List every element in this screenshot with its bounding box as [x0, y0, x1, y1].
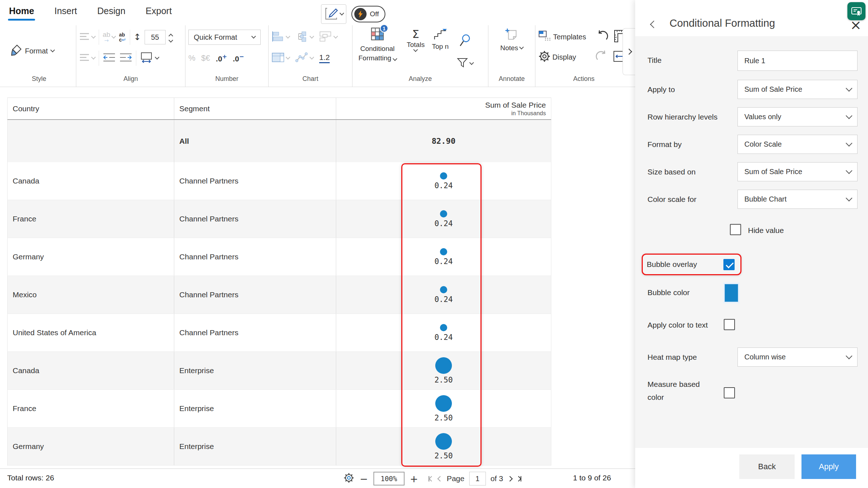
chevron-up-icon [168, 34, 173, 38]
wrap-text-button[interactable]: abc↵ [119, 32, 126, 42]
column-header-value[interactable]: Sum of Sale Price in Thousands [336, 98, 551, 119]
decrease-decimal-button[interactable]: .0− [233, 53, 244, 63]
first-page-button[interactable] [428, 476, 433, 481]
bar-chart-button[interactable] [271, 31, 290, 43]
cell-segment-all[interactable]: All [174, 120, 336, 162]
currency-format-button[interactable]: $€ [201, 53, 210, 63]
row-hierarchy-select[interactable]: Values only [737, 107, 858, 126]
cell-value[interactable]: 2.50 [336, 352, 551, 389]
measure-based-color-checkbox[interactable] [724, 387, 735, 398]
cell-value[interactable]: 2.50 [336, 390, 551, 427]
cell-value[interactable]: 0.24 [336, 276, 551, 314]
tab-export[interactable]: Export [146, 6, 172, 16]
next-page-button[interactable] [508, 477, 512, 481]
cell-value[interactable]: 0.24 [336, 162, 551, 200]
percent-format-button[interactable]: % [188, 53, 196, 63]
line-chart-button[interactable] [295, 52, 313, 64]
cell-country[interactable]: France [8, 390, 174, 427]
undo-icon [596, 37, 609, 43]
hide-value-checkbox[interactable] [730, 224, 741, 235]
cell-segment[interactable]: Channel Partners [174, 162, 336, 200]
format-button[interactable]: Format [5, 27, 73, 75]
tab-insert[interactable]: Insert [54, 6, 77, 16]
quick-format-select[interactable]: Quick Format [188, 30, 261, 45]
cell-value[interactable]: 0.24 [336, 314, 551, 351]
chevron-down-icon [251, 34, 256, 39]
redo-button[interactable] [595, 51, 608, 64]
indent-decrease-button[interactable] [103, 53, 116, 64]
back-chevron-icon[interactable] [650, 21, 658, 28]
tab-design[interactable]: Design [97, 6, 125, 16]
zoom-level-input[interactable] [373, 472, 405, 485]
zoom-out-button[interactable]: − [360, 474, 368, 484]
cell-country[interactable]: Germany [8, 428, 174, 465]
cell-grand-total-value[interactable]: 82.90 [336, 120, 551, 162]
table-header-row: Country Segment Sum of Sale Price in Tho… [7, 98, 551, 120]
cell-country[interactable]: Germany [8, 238, 174, 276]
extension-icon[interactable] [847, 2, 865, 20]
format-by-select[interactable]: Color Scale [737, 135, 858, 154]
bubble-marker [440, 324, 447, 331]
cell-segment[interactable]: Channel Partners [174, 314, 336, 351]
cell-segment[interactable]: Channel Partners [174, 238, 336, 276]
cell-country[interactable]: Canada [8, 162, 174, 200]
totals-button[interactable]: Σ Totals [407, 27, 425, 75]
settings-button[interactable] [343, 472, 354, 485]
cell-value[interactable]: 0.24 [336, 200, 551, 238]
table-view-button[interactable] [271, 52, 290, 64]
cell-country[interactable]: Mexico [8, 276, 174, 314]
row-height-stepper[interactable] [169, 33, 172, 42]
cell-segment[interactable]: Enterprise [174, 352, 336, 389]
apply-color-to-text-checkbox[interactable] [724, 319, 735, 330]
table-row: Germany Enterprise 2.50 [7, 428, 551, 466]
insights-toggle[interactable]: Off [351, 6, 385, 22]
last-page-button[interactable] [517, 476, 521, 481]
increase-decimal-button[interactable]: .0+ [216, 53, 227, 63]
layout-button[interactable] [319, 31, 337, 43]
cell-segment[interactable]: Channel Partners [174, 276, 336, 314]
cell-country[interactable]: United States of America [8, 314, 174, 351]
zoom-in-button[interactable]: + [410, 474, 418, 484]
column-header-segment[interactable]: Segment [174, 98, 336, 119]
apply-to-select[interactable]: Sum of Sale Price [737, 80, 858, 99]
tab-home[interactable]: Home [9, 6, 34, 16]
cell-segment[interactable]: Enterprise [174, 428, 336, 465]
cell-segment[interactable]: Enterprise [174, 390, 336, 427]
decimal-places-button[interactable]: 1.2 [319, 53, 330, 63]
ribbon-expand-button[interactable] [623, 28, 635, 75]
page-number-input[interactable] [469, 472, 486, 485]
row-height-input[interactable] [145, 30, 166, 44]
back-button[interactable]: Back [739, 454, 795, 479]
search-button[interactable] [459, 34, 471, 49]
cell-value[interactable]: 2.50 [336, 428, 551, 465]
bubble-overlay-checkbox[interactable] [723, 259, 735, 270]
edit-mode-button[interactable] [321, 4, 346, 24]
section-label-annotate: Annotate [491, 75, 532, 87]
indent-increase-button[interactable] [119, 53, 132, 64]
hierarchy-chart-button[interactable] [295, 31, 313, 43]
rule-title-input[interactable] [737, 51, 858, 71]
heat-map-type-select[interactable]: Column wise [737, 347, 858, 367]
size-based-on-select[interactable]: Sum of Sale Price [737, 162, 858, 181]
cell-country[interactable]: France [8, 200, 174, 238]
chevron-down-icon [111, 34, 116, 39]
bubble-color-swatch[interactable] [724, 284, 738, 302]
apply-button[interactable]: Apply [801, 454, 856, 479]
vertical-align-button[interactable] [79, 32, 95, 42]
horizontal-align-button[interactable] [79, 53, 95, 63]
conditional-formatting-button[interactable]: 1 ConditionalFormatting [355, 27, 399, 75]
templates-button[interactable]: Templates [538, 30, 591, 43]
top-n-button[interactable]: Top n [432, 27, 449, 75]
filter-button[interactable] [457, 58, 473, 69]
undo-button[interactable] [596, 30, 609, 43]
text-direction-button[interactable]: ab→ [103, 32, 115, 43]
display-button[interactable]: Display [538, 50, 590, 64]
cell-country[interactable]: Canada [8, 352, 174, 389]
previous-page-button[interactable] [438, 477, 442, 481]
cell-segment[interactable]: Channel Partners [174, 200, 336, 238]
column-width-button[interactable] [140, 52, 159, 64]
notes-button[interactable]: Notes [500, 44, 523, 52]
column-header-country[interactable]: Country [8, 98, 174, 119]
color-scale-for-select[interactable]: Bubble Chart [737, 190, 858, 209]
cell-value[interactable]: 0.24 [336, 238, 551, 276]
